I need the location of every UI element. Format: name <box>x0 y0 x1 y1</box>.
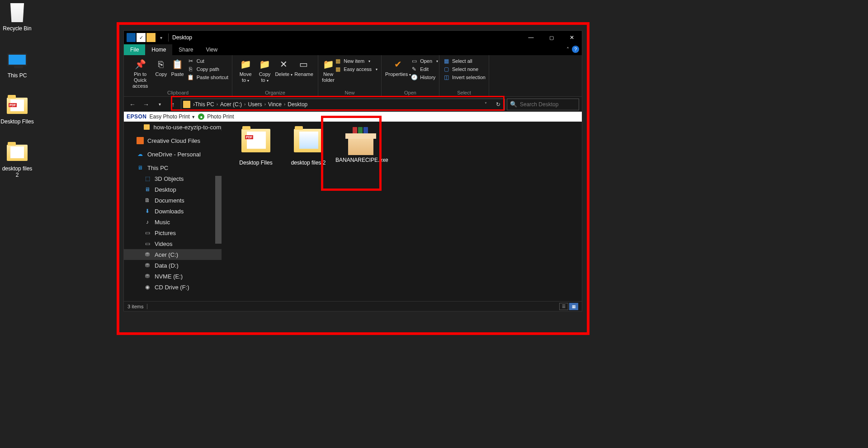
cut-button[interactable]: ✂Cut <box>188 58 228 64</box>
select-all-button[interactable]: ▦Select all <box>443 58 486 64</box>
file-item-desktop-files[interactable]: Desktop FIles <box>231 126 281 166</box>
navigation-pane[interactable]: how-to-use-ezyzip-to-comp Creative Cloud… <box>124 122 222 301</box>
sidebar-item-onedrive[interactable]: ☁OneDrive - Personal <box>124 149 222 160</box>
button-label: Properties▾ <box>385 71 411 78</box>
maximize-button[interactable]: ▢ <box>541 31 561 44</box>
view-details-button[interactable]: ☰ <box>559 303 568 310</box>
close-button[interactable]: ✕ <box>561 31 582 44</box>
file-label: Desktop FIles <box>231 160 281 166</box>
easy-access-button[interactable]: ▦Easy access▾ <box>335 66 377 72</box>
address-bar[interactable]: › This PC› Acer (C:)› Users› Vince› Desk… <box>181 99 505 110</box>
app-icon[interactable] <box>127 33 136 42</box>
tab-file[interactable]: File <box>124 44 145 55</box>
rename-button[interactable]: ▭ Rename <box>293 57 314 77</box>
titlebar[interactable]: ✓ ▾ Desktop — ▢ ✕ <box>124 31 582 44</box>
sidebar-label: NVME (E:) <box>155 273 183 280</box>
separator <box>147 304 147 309</box>
crumb-desktop[interactable]: Desktop <box>288 101 307 108</box>
content-area: how-to-use-ezyzip-to-comp Creative Cloud… <box>124 122 582 301</box>
pictures-icon: ▭ <box>144 229 151 236</box>
tab-view[interactable]: View <box>199 44 224 55</box>
sidebar-item-cd-f[interactable]: ◉CD Drive (F:) <box>124 282 222 292</box>
collapse-ribbon-button[interactable]: ˄ <box>566 44 569 55</box>
sidebar-item-creative-cloud[interactable]: Creative Cloud Files <box>124 135 222 146</box>
photo-print-button[interactable]: Photo Print <box>207 113 234 120</box>
qat-customize-icon[interactable]: ▾ <box>156 33 165 42</box>
help-button[interactable]: ? <box>572 46 579 53</box>
sidebar-item-ezyzip[interactable]: how-to-use-ezyzip-to-comp <box>124 122 222 132</box>
view-large-icons-button[interactable]: ▦ <box>569 303 578 310</box>
sidebar-item-3d-objects[interactable]: ⬚3D Objects <box>124 173 222 184</box>
copy-icon: ⎘ <box>155 58 167 71</box>
desktop-icon-this-pc[interactable]: This PC <box>0 49 34 79</box>
copy-to-icon: 📁 <box>258 58 271 71</box>
minimize-button[interactable]: — <box>521 31 541 44</box>
group-label: Open <box>382 90 439 97</box>
sidebar-item-documents[interactable]: 🗎Documents <box>124 195 222 206</box>
sidebar-item-data-d[interactable]: ⛃Data (D:) <box>124 260 222 271</box>
nav-up-button[interactable]: ↑ <box>167 99 179 110</box>
tab-share[interactable]: Share <box>172 44 199 55</box>
button-label: Copy path <box>197 66 219 72</box>
scrollbar-thumb[interactable] <box>215 176 222 244</box>
sidebar-item-desktop[interactable]: 🖥Desktop <box>124 184 222 195</box>
pin-quick-access-button[interactable]: 📌 Pin to Quick access <box>127 57 153 89</box>
crumb-vince[interactable]: Vince› <box>268 101 288 108</box>
easy-access-icon: ▦ <box>335 66 341 72</box>
crumb-acer[interactable]: Acer (C:)› <box>220 101 248 108</box>
nav-forward-button[interactable]: → <box>140 99 152 110</box>
sidebar-label: This PC <box>147 165 168 171</box>
copy-path-button[interactable]: ⎘Copy path <box>188 66 228 72</box>
paste-shortcut-button[interactable]: 📋Paste shortcut <box>188 74 228 80</box>
search-box[interactable]: 🔍 <box>507 99 579 110</box>
sidebar-item-this-pc[interactable]: 🖥This PC <box>124 162 222 173</box>
button-label: Cut <box>197 58 204 64</box>
crumb-this-pc[interactable]: This PC› <box>195 101 220 108</box>
properties-button[interactable]: ✔ Properties▾ <box>385 57 411 78</box>
search-input[interactable] <box>520 101 576 108</box>
downloads-icon: ⬇ <box>144 207 151 215</box>
address-dropdown-button[interactable]: ˅ <box>479 99 492 110</box>
epson-toolbar: EPSON Easy Photo Print ▼ ● Photo Print <box>124 112 582 122</box>
delete-button[interactable]: ✕ Delete▾ <box>274 57 293 78</box>
open-button[interactable]: ▭Open▾ <box>411 58 438 64</box>
qat-properties-icon[interactable]: ✓ <box>137 33 146 42</box>
paste-button[interactable]: 📋 Paste <box>169 57 185 77</box>
sidebar-item-music[interactable]: ♪Music <box>124 217 222 227</box>
file-list[interactable]: Desktop FIles desktop files 2 BANANARECI… <box>222 122 582 301</box>
nav-recent-dropdown[interactable]: ▾ <box>154 99 165 110</box>
refresh-button[interactable]: ↻ <box>492 99 505 110</box>
copy-to-button[interactable]: 📁 Copy to▾ <box>255 57 274 84</box>
nav-back-button[interactable]: ← <box>127 99 138 110</box>
desktop-icon-recycle-bin[interactable]: Recycle Bin <box>0 2 34 32</box>
sidebar-item-acer-c[interactable]: ⛃Acer (C:) <box>124 249 222 260</box>
cloud-icon: ☁ <box>137 151 144 158</box>
easy-photo-print-button[interactable]: Easy Photo Print ▼ <box>150 113 196 120</box>
select-none-button[interactable]: ▢Select none <box>443 66 486 72</box>
new-item-button[interactable]: ▦New item▾ <box>335 58 377 64</box>
desktop-icon-desktop-files-2[interactable]: desktop files 2 <box>0 142 34 178</box>
invert-selection-button[interactable]: ◫Invert selection <box>443 74 486 80</box>
sidebar-label: how-to-use-ezyzip-to-comp <box>153 124 222 131</box>
sidebar-label: Creative Cloud Files <box>147 137 200 144</box>
new-folder-button[interactable]: 📁 New folder <box>322 57 335 83</box>
sidebar-item-videos[interactable]: ▭Videos <box>124 238 222 249</box>
sidebar-item-downloads[interactable]: ⬇Downloads <box>124 206 222 217</box>
crumb-users[interactable]: Users› <box>248 101 268 108</box>
ribbon-tabstrip: File Home Share View ˄ ? <box>124 44 582 55</box>
move-to-button[interactable]: 📁 Move to▾ <box>236 57 255 84</box>
history-button[interactable]: 🕘History <box>411 74 438 80</box>
tab-home[interactable]: Home <box>145 44 172 55</box>
sidebar-item-pictures[interactable]: ▭Pictures <box>124 227 222 238</box>
select-all-icon: ▦ <box>443 58 449 64</box>
close-icon: ✕ <box>570 34 574 41</box>
copy-button[interactable]: ⎘ Copy <box>153 57 169 77</box>
file-item-desktop-files-2[interactable]: desktop files 2 <box>283 126 334 166</box>
edit-button[interactable]: ✎Edit <box>411 66 438 72</box>
qat-newfolder-icon[interactable] <box>146 33 156 42</box>
file-item-bananarecipe-exe[interactable]: BANANARECIPE.exe <box>335 126 386 163</box>
properties-icon: ✔ <box>392 58 405 71</box>
desktop-icon-desktop-files[interactable]: Desktop FIles <box>0 95 34 125</box>
sidebar-item-nvme-e[interactable]: ⛃NVME (E:) <box>124 271 222 282</box>
button-label: Select all <box>452 58 472 64</box>
